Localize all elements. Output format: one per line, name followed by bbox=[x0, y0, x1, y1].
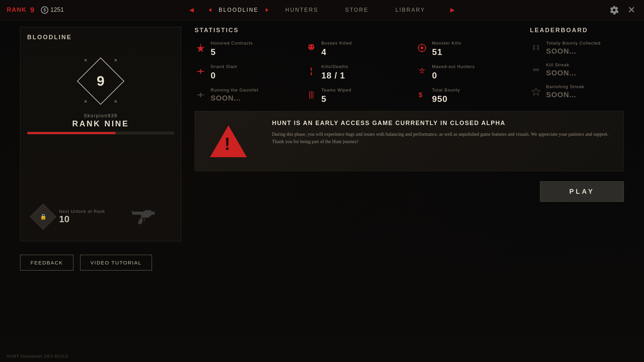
statistics-section: STATISTICS bbox=[195, 27, 624, 104]
tab-bloodline[interactable]: BLOODLINE bbox=[215, 5, 262, 15]
totally-bounty-label: Totally Bounty Collected bbox=[546, 41, 601, 46]
alert-left bbox=[195, 111, 262, 171]
stats-block: STATISTICS bbox=[195, 27, 517, 104]
rank-label: RANK bbox=[7, 6, 27, 13]
maxed-hunters-icon bbox=[416, 65, 428, 77]
teams-wiped-label: Teams Wiped bbox=[321, 87, 352, 93]
next-unlock: 🔒 Next Unlock at Rank 10 bbox=[27, 199, 174, 234]
lock-icon: 🔒 bbox=[40, 214, 47, 220]
svg-marker-48 bbox=[532, 88, 540, 95]
rank-title: RANK NINE bbox=[72, 119, 129, 128]
rank-diamond: × × 9 × × bbox=[74, 54, 127, 108]
leaderboard-stats: Totally Bounty Collected SOON... bbox=[530, 41, 624, 99]
svg-rect-4 bbox=[132, 211, 133, 213]
currency-icon: $ bbox=[41, 6, 48, 14]
teams-wiped-icon bbox=[305, 89, 317, 101]
honored-contracts-icon bbox=[195, 42, 207, 54]
monster-kills-label: Monster Kills bbox=[432, 41, 461, 46]
grand-slam-label: Grand Slam bbox=[211, 64, 237, 69]
leaderboard-kill-streak: Kill Streak SOON... bbox=[530, 62, 624, 77]
diamond-corner-bl: × bbox=[84, 98, 87, 105]
kill-streak-info: Kill Streak SOON... bbox=[546, 62, 576, 77]
monster-kills-value: 51 bbox=[432, 47, 461, 57]
stat-teams-wiped: Teams Wiped 5 bbox=[305, 87, 406, 104]
play-button[interactable]: PLAY bbox=[540, 181, 624, 202]
total-bounty-label: Total Bounty bbox=[432, 87, 460, 93]
kills-deaths-info: Kills/Deaths 18 / 1 bbox=[321, 64, 348, 81]
teams-wiped-value: 5 bbox=[321, 94, 352, 104]
stat-grand-slam: Grand Slam 0 bbox=[195, 64, 295, 81]
alert-right: HUNT IS AN EARLY ACCESS GAME CURRENTLY I… bbox=[262, 111, 624, 171]
banishing-streak-icon bbox=[530, 85, 542, 98]
leaderboard-totally-bounty: Totally Bounty Collected SOON... bbox=[530, 41, 624, 56]
stat-bosses-killed: Bosses Killed 4 bbox=[305, 41, 406, 57]
rank-display: × × 9 × × Skorpion939 RANK NINE bbox=[27, 48, 174, 192]
video-tutorial-button[interactable]: VIDEO TUTORIAL bbox=[80, 255, 152, 270]
dev-build-label: HUNT:Showdown DEV-BUILD bbox=[7, 354, 68, 359]
leaderboard-block: LEADERBOARD bbox=[530, 27, 624, 104]
tab-store[interactable]: STORE bbox=[342, 5, 372, 15]
running-gauntlet-label: Running the Gauntlet bbox=[211, 87, 259, 93]
grand-slam-info: Grand Slam 0 bbox=[211, 64, 237, 81]
svg-marker-24 bbox=[310, 67, 312, 69]
svg-point-10 bbox=[312, 46, 313, 47]
kill-streak-icon bbox=[530, 64, 542, 76]
lock-diamond: 🔒 bbox=[30, 204, 56, 230]
kill-streak-value: SOON... bbox=[546, 69, 576, 77]
running-gauntlet-icon bbox=[195, 89, 207, 101]
grand-slam-value: 0 bbox=[211, 70, 237, 81]
tab-library[interactable]: LIBRARY bbox=[392, 5, 429, 15]
svg-marker-26 bbox=[310, 73, 312, 76]
diamond-corner-tr: × bbox=[114, 57, 117, 64]
xp-bar-fill bbox=[28, 132, 115, 134]
honored-contracts-info: Honored Contracts 5 bbox=[211, 41, 253, 57]
gun-image bbox=[127, 202, 167, 231]
monster-kills-info: Monster Kills 51 bbox=[432, 41, 461, 57]
currency-amount: 1251 bbox=[50, 6, 64, 13]
total-bounty-icon: $ bbox=[416, 89, 428, 101]
svg-rect-2 bbox=[141, 213, 149, 218]
bosses-killed-value: 4 bbox=[321, 47, 352, 57]
leaderboard-banishing-streak: Banishing Streak SOON... bbox=[530, 84, 624, 99]
svg-point-14 bbox=[421, 47, 423, 49]
kills-deaths-icon bbox=[305, 65, 317, 77]
bosses-killed-icon bbox=[305, 42, 317, 54]
kills-deaths-value: 18 / 1 bbox=[321, 70, 348, 81]
maxed-hunters-info: Maxed-out Hunters 0 bbox=[432, 64, 475, 81]
play-section: PLAY bbox=[195, 178, 624, 202]
stat-monster-kills: Monster Kills 51 bbox=[416, 41, 517, 57]
feedback-button[interactable]: FEEDBACK bbox=[20, 255, 73, 270]
svg-rect-3 bbox=[149, 210, 151, 214]
bloodline-title: BLOODLINE bbox=[27, 34, 174, 41]
alert-body: During this phase, you will experience b… bbox=[272, 131, 613, 146]
xp-bar-bg bbox=[27, 132, 174, 134]
running-gauntlet-value: SOON... bbox=[211, 94, 259, 103]
running-gauntlet-info: Running the Gauntlet SOON... bbox=[211, 87, 259, 103]
close-button[interactable]: ✕ bbox=[625, 4, 637, 16]
next-unlock-rank: 10 bbox=[59, 214, 105, 225]
total-bounty-info: Total Bounty 950 bbox=[432, 87, 460, 104]
honored-contracts-value: 5 bbox=[211, 47, 253, 57]
leaderboard-title: LEADERBOARD bbox=[530, 27, 624, 34]
stat-maxed-hunters: Maxed-out Hunters 0 bbox=[416, 64, 517, 81]
stats-grid: Honored Contracts 5 bbox=[195, 41, 517, 104]
banishing-streak-label: Banishing Streak bbox=[546, 84, 584, 89]
banishing-streak-value: SOON... bbox=[546, 90, 584, 99]
grand-slam-icon bbox=[195, 65, 207, 77]
player-name: Skorpion939 bbox=[84, 113, 118, 118]
rank-info: RANK 9 bbox=[7, 6, 34, 14]
warning-triangle-icon bbox=[210, 125, 247, 157]
nav-tabs: ◄ BLOODLINE HUNTERS STORE LIBRARY ► bbox=[188, 5, 456, 15]
stat-honored-contracts: Honored Contracts 5 bbox=[195, 41, 295, 57]
bosses-killed-info: Bosses Killed 4 bbox=[321, 41, 352, 57]
settings-button[interactable] bbox=[608, 4, 620, 16]
next-unlock-text: Next Unlock at Rank 10 bbox=[59, 209, 105, 225]
tab-hunters[interactable]: HUNTERS bbox=[282, 5, 322, 15]
bloodline-panel: BLOODLINE × × 9 × × Skorpion939 RANK NIN… bbox=[20, 27, 181, 241]
diamond-rank-number: 9 bbox=[97, 73, 104, 89]
top-right-icons: ✕ bbox=[608, 4, 637, 16]
nav-bracket-right: ► bbox=[449, 6, 456, 14]
bosses-killed-label: Bosses Killed bbox=[321, 41, 352, 46]
kills-deaths-label: Kills/Deaths bbox=[321, 64, 348, 69]
nav-bracket-left: ◄ bbox=[188, 6, 195, 14]
